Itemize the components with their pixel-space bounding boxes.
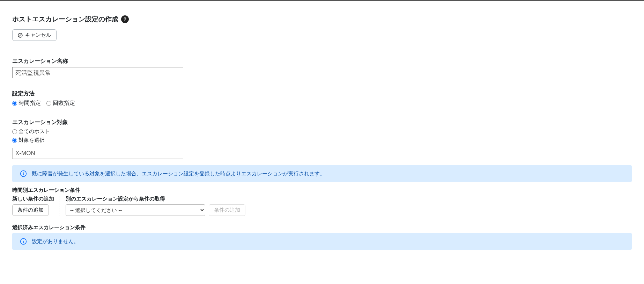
cancel-button-label: キャンセル <box>25 32 51 38</box>
import-condition-select[interactable]: -- 選択してください -- <box>66 204 205 216</box>
method-count-radio[interactable] <box>46 101 51 106</box>
import-condition-button: 条件の追加 <box>209 204 245 216</box>
cancel-button[interactable]: キャンセル <box>12 29 57 41</box>
target-all-label[interactable]: 全てのホスト <box>18 128 50 135</box>
method-time-label[interactable]: 時間指定 <box>18 100 41 107</box>
target-label: エスカレーション対象 <box>12 119 632 126</box>
info-icon <box>20 238 27 245</box>
method-time-radio[interactable] <box>12 101 17 106</box>
import-condition-col-label: 別のエスカレーション設定から条件の取得 <box>66 196 245 202</box>
import-condition-button-label: 条件の追加 <box>214 207 240 213</box>
selected-empty-banner: 設定がありません。 <box>12 233 632 250</box>
target-all-radio[interactable] <box>12 129 17 134</box>
page-title: ホストエスカレーション設定の作成 <box>12 15 118 24</box>
info-icon <box>20 170 27 177</box>
conditions-heading: 時間別エスカレーション条件 <box>12 187 632 194</box>
cancel-icon <box>17 32 23 38</box>
escalation-name-label: エスカレーション名称 <box>12 58 632 65</box>
selected-empty-text: 設定がありません。 <box>32 238 79 245</box>
help-icon[interactable]: ? <box>121 15 129 23</box>
add-condition-button[interactable]: 条件の追加 <box>12 204 49 216</box>
svg-point-7 <box>23 240 24 240</box>
svg-line-1 <box>19 34 22 36</box>
method-count-label[interactable]: 回数指定 <box>53 100 75 107</box>
target-select-radio[interactable] <box>12 138 17 143</box>
info-banner: 既に障害が発生している対象を選択した場合、エスカレーション設定を登録した時点より… <box>12 165 632 182</box>
selected-conditions-heading: 選択済みエスカレーション条件 <box>12 224 632 231</box>
target-value-input[interactable] <box>12 148 183 159</box>
add-condition-button-label: 条件の追加 <box>17 207 44 213</box>
escalation-name-input[interactable] <box>12 67 183 78</box>
add-condition-col-label: 新しい条件の追加 <box>12 196 54 202</box>
target-select-label[interactable]: 対象を選択 <box>18 137 45 144</box>
method-label: 設定方法 <box>12 90 632 97</box>
svg-point-4 <box>23 172 24 173</box>
info-banner-text: 既に障害が発生している対象を選択した場合、エスカレーション設定を登録した時点より… <box>32 170 325 177</box>
